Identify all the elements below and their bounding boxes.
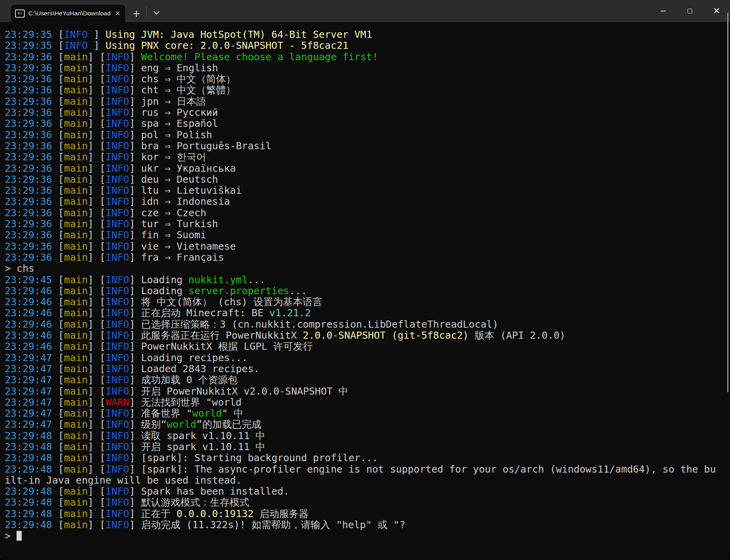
cmd-icon: C:\	[15, 9, 25, 18]
log-line: 23:29:36 [main] [INFO] idn ⇒ Indonesia	[5, 196, 730, 207]
log-line: 23:29:36 [main] [INFO] vie ⇒ Vietnamese	[5, 241, 730, 252]
log-line: 23:29:47 [main] [INFO] 开启 PowerNukkitX v…	[5, 386, 730, 397]
log-line: 23:29:46 [main] [INFO] Loading server.pr…	[5, 286, 730, 297]
log-line: 23:29:36 [main] [INFO] eng ⇒ English	[5, 63, 730, 74]
log-line: 23:29:46 [main] [INFO] 已选择压缩策略：3 (cn.nuk…	[5, 319, 730, 330]
new-tab-button[interactable]: +	[130, 9, 143, 19]
log-line: 23:29:48 [main] [INFO] 启动完成 (11.322s)! 如…	[5, 519, 730, 530]
tab-title: C:\Users\HeYuHan\Download	[28, 10, 111, 17]
log-line: 23:29:36 [main] [INFO] bra ⇒ Português-B…	[5, 141, 730, 152]
log-line: 23:29:36 [main] [INFO] fra ⇒ Français	[5, 252, 730, 263]
log-line: 23:29:36 [main] [INFO] deu ⇒ Deutsch	[5, 174, 730, 185]
log-line: 23:29:47 [main] [INFO] Loaded 2843 recip…	[5, 363, 730, 375]
log-line: 23:29:48 [main] [INFO] 正在于 0.0.0.0:19132…	[5, 508, 730, 519]
log-line: ilt-in Java engine will be used instead.	[5, 475, 730, 486]
log-line: 23:29:36 [main] [INFO] fin ⇒ Suomi	[5, 230, 730, 241]
text-cursor	[17, 531, 22, 541]
log-line: 23:29:46 [main] [INFO] 将 中文(简体） (chs) 设置…	[5, 297, 730, 308]
log-line: 23:29:36 [main] [INFO] spa ⇒ Español	[5, 118, 730, 129]
tab-divider	[146, 6, 146, 17]
tab-close-icon[interactable]: ✕	[114, 10, 121, 17]
log-line: 23:29:36 [main] [INFO] chs ⇒ 中文（简体）	[5, 74, 730, 85]
log-line: 23:29:36 [main] [INFO] rus ⇒ Русский	[5, 107, 730, 118]
log-line: 23:29:48 [main] [INFO] [spark]: Starting…	[5, 452, 730, 464]
minimize-button[interactable]	[650, 0, 676, 22]
tab-dropdown-button[interactable]	[152, 9, 161, 17]
log-line: 23:29:46 [main] [INFO] 此服务器正在运行 PowerNuk…	[5, 330, 730, 341]
minimize-icon	[661, 11, 666, 11]
log-line: 23:29:36 [main] [INFO] kor ⇒ 한국어	[5, 152, 730, 163]
maximize-icon	[687, 9, 692, 13]
log-line: 23:29:36 [main] [INFO] cze ⇒ Czech	[5, 208, 730, 219]
log-line: 23:29:36 [main] [INFO] pol ⇒ Polish	[5, 130, 730, 141]
scrollbar-thumb[interactable]	[727, 13, 728, 392]
log-line: 23:29:36 [main] [INFO] Welcome! Please c…	[5, 52, 730, 63]
log-line: 23:29:35 [INFO ] Using PNX core: 2.0.0-S…	[5, 40, 730, 51]
scrollbar[interactable]	[725, 0, 730, 560]
log-line: 23:29:48 [main] [INFO] 默认游戏模式：生存模式	[5, 497, 730, 508]
log-line: 23:29:47 [main] [INFO] Loading recipes..…	[5, 352, 730, 363]
log-line: 23:29:46 [main] [INFO] 正在启动 Minecraft: B…	[5, 308, 730, 319]
terminal-output[interactable]: 23:29:35 [INFO ] Using JVM: Java HotSpot…	[0, 22, 730, 560]
log-line: >	[5, 530, 730, 541]
titlebar[interactable]: C:\ C:\Users\HeYuHan\Download ✕ + ✕	[0, 0, 730, 22]
log-line: 23:29:47 [main] [INFO] 准备世界 "world" 中	[5, 408, 730, 419]
log-line: 23:29:36 [main] [INFO] tur ⇒ Turkish	[5, 219, 730, 230]
log-line: 23:29:36 [main] [INFO] cht ⇒ 中文（繁體）	[5, 85, 730, 96]
log-line: 23:29:47 [main] [INFO] 成功加载 0 个资源包	[5, 375, 730, 386]
log-line: 23:29:48 [main] [INFO] 读取 spark v1.10.11…	[5, 430, 730, 441]
tab-active[interactable]: C:\ C:\Users\HeYuHan\Download ✕	[11, 5, 125, 22]
log-line: 23:29:48 [main] [INFO] [spark]: The asyn…	[5, 464, 730, 475]
log-line: 23:29:36 [main] [INFO] jpn ⇒ 日本語	[5, 96, 730, 107]
log-line: 23:29:47 [main] [INFO] 级别“world”的加载已完成	[5, 419, 730, 430]
chevron-down-icon	[154, 9, 160, 15]
close-icon: ✕	[713, 7, 720, 15]
log-line: 23:29:46 [main] [INFO] PowerNukkitX 根据 L…	[5, 341, 730, 352]
log-line: 23:29:47 [main] [WARN] 无法找到世界 "world	[5, 397, 730, 408]
log-line: 23:29:36 [main] [INFO] ltu ⇒ Lietuviškai	[5, 185, 730, 196]
log-line: 23:29:48 [main] [INFO] 开启 spark v1.10.11…	[5, 441, 730, 452]
log-line: 23:29:48 [main] [INFO] Spark has been in…	[5, 486, 730, 497]
log-line: 23:29:35 [INFO ] Using JVM: Java HotSpot…	[5, 29, 730, 40]
log-line: 23:29:45 [main] [INFO] Loading nukkit.ym…	[5, 274, 730, 286]
log-line: 23:29:36 [main] [INFO] ukr ⇒ Українська	[5, 163, 730, 174]
terminal-window: C:\ C:\Users\HeYuHan\Download ✕ + ✕ 23:2…	[0, 0, 730, 560]
log-line: > chs	[5, 263, 730, 274]
maximize-button[interactable]	[676, 0, 703, 22]
